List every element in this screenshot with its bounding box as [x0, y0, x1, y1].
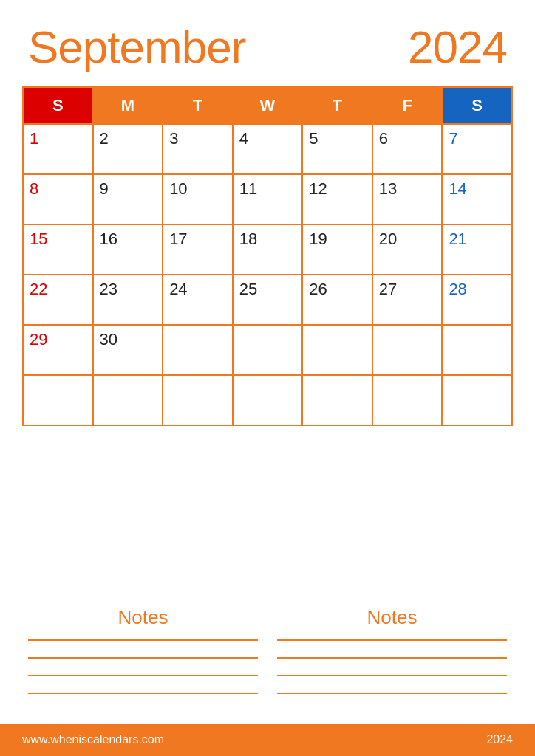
calendar-cell: 23	[93, 275, 163, 325]
calendar-cell: 29	[23, 325, 93, 375]
calendar-cell	[442, 325, 512, 375]
notes-line-2	[28, 657, 258, 659]
calendar-week-6	[23, 375, 512, 425]
footer-year: 2024	[486, 733, 513, 746]
calendar-cell: 5	[302, 124, 372, 174]
calendar-cell: 16	[93, 224, 163, 275]
calendar-cell	[233, 375, 303, 425]
notes-line-5	[277, 639, 507, 641]
footer-url: www.wheniscalendars.com	[22, 733, 164, 746]
calendar-cell: 18	[233, 224, 303, 275]
notes-right-title: Notes	[277, 606, 507, 629]
calendar-week-1: 1234567	[23, 124, 512, 174]
calendar-cell: 9	[93, 174, 163, 224]
calendar-cell: 22	[23, 275, 93, 325]
calendar-cell: 14	[442, 174, 512, 224]
calendar-cell: 4	[233, 124, 303, 174]
notes-right: Notes	[277, 606, 507, 710]
calendar-cell: 21	[442, 224, 512, 275]
calendar-cell	[163, 375, 233, 425]
days-header-row: S M T W T F S	[23, 87, 512, 124]
notes-left: Notes	[28, 606, 258, 710]
header-sunday: S	[23, 87, 93, 124]
calendar-cell: 11	[233, 174, 303, 224]
header-monday: M	[93, 87, 163, 124]
calendar-cell	[302, 375, 372, 425]
calendar-cell	[372, 375, 443, 425]
calendar-page: September 2024 S M T W T F S 12345678910…	[0, 0, 535, 756]
calendar-cell: 17	[163, 224, 233, 275]
calendar-cell	[23, 375, 93, 425]
calendar-cell	[233, 325, 303, 375]
calendar-cell: 28	[442, 275, 512, 325]
calendar-cell: 1	[23, 124, 93, 174]
calendar-cell: 24	[163, 275, 233, 325]
calendar-cell: 2	[93, 124, 163, 174]
calendar-body: 1234567891011121314151617181920212223242…	[23, 124, 512, 425]
calendar-cell	[163, 325, 233, 375]
calendar-cell: 15	[23, 224, 93, 275]
calendar-cell	[442, 375, 512, 425]
calendar-cell: 6	[372, 124, 443, 174]
calendar-week-3: 15161718192021	[23, 224, 512, 275]
calendar-cell: 7	[442, 124, 512, 174]
calendar-cell: 8	[23, 174, 93, 224]
notes-line-8	[277, 693, 507, 694]
calendar-cell: 30	[93, 325, 163, 375]
calendar-table: S M T W T F S 12345678910111213141516171…	[22, 86, 513, 426]
year-title: 2024	[408, 21, 507, 73]
header-saturday: S	[442, 87, 512, 124]
notes-line-1	[28, 639, 258, 641]
calendar-header: September 2024	[0, 0, 535, 86]
calendar-cell: 10	[163, 174, 233, 224]
calendar-week-2: 891011121314	[23, 174, 512, 224]
calendar-week-4: 22232425262728	[23, 275, 512, 325]
calendar-container: S M T W T F S 12345678910111213141516171…	[0, 86, 535, 591]
header-wednesday: W	[233, 87, 303, 124]
calendar-cell	[372, 325, 443, 375]
calendar-cell: 20	[372, 224, 443, 275]
calendar-cell: 19	[302, 224, 372, 275]
calendar-cell	[302, 325, 372, 375]
calendar-cell: 3	[163, 124, 233, 174]
notes-section: Notes Notes	[0, 591, 535, 724]
header-friday: F	[372, 87, 443, 124]
calendar-cell: 12	[302, 174, 372, 224]
month-title: September	[28, 21, 245, 73]
calendar-cell: 13	[372, 174, 443, 224]
calendar-cell: 26	[302, 275, 372, 325]
calendar-cell	[93, 375, 163, 425]
notes-line-3	[28, 675, 258, 676]
calendar-week-5: 2930	[23, 325, 512, 375]
notes-line-7	[277, 675, 507, 676]
header-thursday: T	[302, 87, 372, 124]
calendar-cell: 25	[233, 275, 303, 325]
calendar-cell: 27	[372, 275, 443, 325]
notes-line-4	[28, 693, 258, 694]
notes-left-title: Notes	[28, 606, 258, 629]
notes-line-6	[277, 657, 507, 659]
header-tuesday: T	[163, 87, 233, 124]
page-footer: www.wheniscalendars.com 2024	[0, 724, 535, 756]
